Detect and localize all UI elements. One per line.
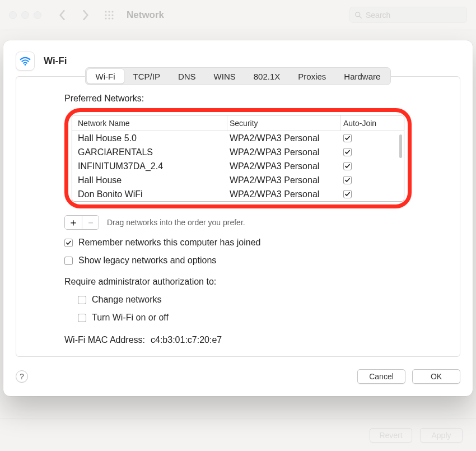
tab-dns[interactable]: DNS [169, 69, 205, 83]
remove-network-button[interactable]: － [82, 216, 99, 229]
remember-networks-checkbox[interactable] [64, 239, 73, 247]
svg-line-10 [360, 16, 361, 17]
network-name: Don Bonito WiFi [72, 189, 227, 199]
cancel-button[interactable]: Cancel [357, 369, 405, 384]
table-row[interactable]: GARCIARENTALSWPA2/WPA3 Personal [72, 145, 404, 159]
back-button[interactable] [54, 8, 71, 22]
table-row[interactable]: INFINITUM37DA_2.4WPA2/WPA3 Personal [72, 159, 404, 173]
svg-point-2 [111, 11, 113, 12]
network-security: WPA2/WPA3 Personal [227, 175, 341, 185]
svg-point-0 [105, 11, 106, 12]
help-button[interactable]: ? [16, 370, 28, 383]
autojoin-checkbox[interactable] [343, 134, 352, 142]
plus-icon: ＋ [68, 216, 78, 229]
column-header-name[interactable]: Network Name [72, 115, 227, 131]
svg-point-11 [25, 64, 26, 66]
annotation-highlight: Network Name Security Auto-Join Hall Hou… [64, 108, 412, 208]
network-security: WPA2/WPA3 Personal [227, 161, 341, 171]
tab-proxies[interactable]: Proxies [289, 69, 335, 83]
column-header-autojoin[interactable]: Auto-Join [341, 115, 404, 131]
preferred-networks-table[interactable]: Network Name Security Auto-Join Hall Hou… [72, 115, 404, 202]
show-legacy-label: Show legacy networks and options [78, 255, 216, 266]
settings-panel: Wi-FiTCP/IPDNSWINS802.1XProxiesHardware … [16, 76, 460, 357]
turn-wifi-label: Turn Wi-Fi on or off [92, 313, 169, 323]
wifi-advanced-sheet: Wi-Fi Wi-FiTCP/IPDNSWINS802.1XProxiesHar… [3, 40, 473, 396]
mac-address-label: Wi-Fi MAC Address: [64, 335, 145, 345]
scrollbar-thumb[interactable] [399, 134, 402, 158]
autojoin-checkbox[interactable] [343, 148, 352, 156]
window-title: Network [127, 10, 164, 21]
zoom-window-icon[interactable] [34, 11, 41, 19]
chevron-right-icon [82, 10, 89, 20]
network-name: Hall House [72, 175, 227, 185]
tab-8021x[interactable]: 802.1X [245, 69, 290, 83]
apply-button[interactable]: Apply [420, 428, 463, 443]
search-icon [354, 11, 362, 19]
remember-networks-label: Remember networks this computer has join… [78, 238, 260, 248]
autojoin-checkbox[interactable] [343, 190, 352, 198]
add-network-button[interactable]: ＋ [65, 216, 82, 229]
svg-point-6 [105, 17, 106, 19]
svg-point-7 [108, 17, 110, 19]
tab-wins[interactable]: WINS [205, 69, 245, 83]
toolbar: Network Search [0, 0, 476, 30]
table-row[interactable]: Hall House 5.0WPA2/WPA3 Personal [72, 131, 404, 145]
tab-bar: Wi-FiTCP/IPDNSWINS802.1XProxiesHardware [85, 67, 391, 85]
forward-button[interactable] [77, 8, 94, 22]
traffic-lights [9, 11, 41, 19]
network-name: INFINITUM37DA_2.4 [72, 161, 227, 171]
svg-point-8 [111, 17, 113, 19]
chevron-left-icon [59, 10, 66, 20]
autojoin-checkbox[interactable] [343, 162, 352, 170]
turn-wifi-checkbox[interactable] [78, 314, 86, 322]
mac-address-value: c4:b3:01:c7:20:e7 [151, 335, 222, 345]
svg-point-3 [105, 14, 106, 16]
system-preferences-window: Network Search Revert Apply Wi-Fi Wi-FiT… [0, 0, 476, 451]
svg-point-5 [111, 14, 113, 16]
network-name: GARCIARENTALS [72, 147, 227, 157]
change-networks-checkbox[interactable] [78, 296, 86, 304]
preferred-networks-label: Preferred Networks: [64, 94, 412, 104]
table-row[interactable]: Don Bonito WiFiWPA2/WPA3 Personal [72, 187, 404, 201]
revert-button[interactable]: Revert [370, 428, 412, 443]
tab-tcpip[interactable]: TCP/IP [124, 69, 169, 83]
svg-point-1 [108, 11, 110, 12]
add-remove-group: ＋ － [64, 215, 99, 230]
column-header-security[interactable]: Security [227, 115, 341, 131]
table-header: Network Name Security Auto-Join [72, 115, 404, 131]
change-networks-label: Change networks [92, 295, 162, 305]
ok-button[interactable]: OK [412, 369, 460, 384]
drag-hint: Drag networks into the order you prefer. [107, 218, 245, 227]
require-admin-label: Require administrator authorization to: [64, 277, 412, 287]
show-legacy-checkbox[interactable] [64, 257, 73, 265]
window-footer: Revert Apply [0, 419, 476, 451]
tab-wifi[interactable]: Wi-Fi [87, 69, 124, 83]
search-placeholder: Search [366, 11, 390, 20]
tab-hardware[interactable]: Hardware [335, 69, 389, 83]
network-security: WPA2/WPA3 Personal [227, 189, 341, 199]
minus-icon: － [86, 216, 96, 229]
autojoin-checkbox[interactable] [343, 176, 352, 184]
show-all-button[interactable] [101, 8, 118, 22]
network-name: Hall House 5.0 [72, 133, 227, 143]
sheet-title: Wi-Fi [44, 55, 67, 67]
close-window-icon[interactable] [9, 11, 17, 19]
search-field[interactable]: Search [349, 7, 467, 23]
minimize-window-icon[interactable] [21, 11, 29, 19]
grid-icon [104, 10, 114, 20]
network-security: WPA2/WPA3 Personal [227, 147, 341, 157]
table-row[interactable]: Hall HouseWPA2/WPA3 Personal [72, 173, 404, 187]
network-security: WPA2/WPA3 Personal [227, 133, 341, 143]
svg-point-4 [108, 14, 110, 16]
